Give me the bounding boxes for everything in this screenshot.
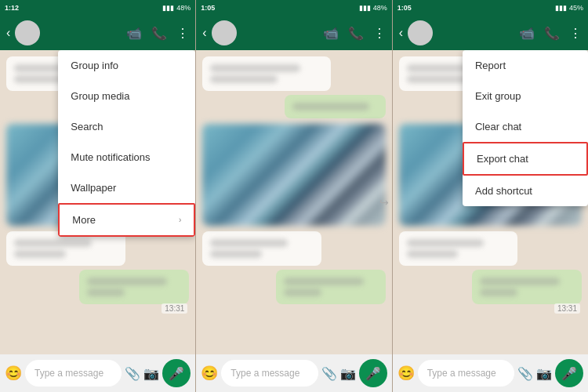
timestamp-left: 13:31 [162,303,187,314]
battery-icon-middle: ▮▮▮ [359,4,371,12]
bubble-row [202,56,385,91]
wa-header-right: ‹ 📹 📞 ⋮ [393,16,588,50]
more-options-icon-middle[interactable]: ⋮ [373,26,386,41]
voice-call-icon-middle[interactable]: 📞 [348,26,364,41]
chat-area-right: ↪ 13:31 Report Exit group Clear chat Exp… [393,50,588,354]
bubble-row [202,95,385,118]
time-left: 1:12 [5,4,19,12]
input-bar-left: 😊 Type a message 📎 📷 🎤 [0,354,195,392]
emoji-icon-right[interactable]: 😊 [397,365,415,382]
chat-area-middle: ↪ [196,50,391,354]
mic-button-left[interactable]: 🎤 [162,359,191,387]
input-placeholder-left: Type a message [34,368,103,379]
status-icons-right: ▮▮▮ 45% [555,4,583,12]
header-icons-left: 📹 📞 ⋮ [126,26,189,41]
avatar-left [15,20,40,45]
chat-image-middle [202,124,385,226]
input-bar-middle: 😊 Type a message 📎 📷 🎤 [196,354,391,392]
input-placeholder-middle: Type a message [230,368,299,379]
wa-header-left: ‹ 📹 📞 ⋮ [0,16,195,50]
status-bar-left: 1:12 ▮▮▮ 48% [0,0,195,16]
emoji-icon-middle[interactable]: 😊 [201,365,218,382]
header-icons-right: 📹 📞 ⋮ [519,26,582,41]
camera-icon-middle[interactable]: 📷 [340,366,356,381]
status-icons-left: ▮▮▮ 48% [162,4,191,12]
forward-icon-middle: ↪ [379,196,389,209]
camera-icon-right[interactable]: 📷 [536,366,552,381]
more-chevron-icon: › [179,216,181,224]
more-options-icon-left[interactable]: ⋮ [176,26,189,41]
menu-wallpaper[interactable]: Wallpaper [58,172,195,203]
bubble-row: ↪ [399,270,582,304]
bubble-row: ↪ [202,270,385,304]
back-button-middle[interactable]: ‹ [202,26,206,40]
message-input-middle[interactable]: Type a message [221,360,318,387]
battery-icon-right: ▮▮▮ [555,4,567,12]
menu-search[interactable]: Search [58,111,195,142]
back-button-left[interactable]: ‹ [6,26,10,40]
avatar-right [408,20,433,45]
battery-pct-left: 48% [176,4,191,12]
menu-export-chat[interactable]: Export chat [463,142,588,176]
voice-call-icon-left[interactable]: 📞 [151,26,167,41]
input-bar-right: 😊 Type a message 📎 📷 🎤 [393,354,588,392]
battery-pct-middle: 48% [373,4,387,12]
menu-report[interactable]: Report [463,50,588,81]
time-middle: 1:05 [201,4,215,12]
dropdown-menu-right: Report Exit group Clear chat Export chat… [463,50,588,206]
menu-group-info[interactable]: Group info [58,50,195,81]
camera-icon-left[interactable]: 📷 [143,366,159,381]
message-input-left[interactable]: Type a message [25,360,122,387]
time-right: 1:05 [397,4,412,12]
menu-group-media[interactable]: Group media [58,81,195,111]
wa-header-middle: ‹ 📹 📞 ⋮ [196,16,391,50]
message-input-right[interactable]: Type a message [418,360,514,387]
bubble-row: ↪ [6,270,189,304]
video-call-icon-left[interactable]: 📹 [126,26,142,41]
attach-icon-left[interactable]: 📎 [125,366,140,381]
chat-area-left: ↪ 13:31 Group info Group media Search Mu… [0,50,195,354]
timestamp-right: 13:31 [554,303,580,314]
dropdown-menu-left: Group info Group media Search Mute notif… [58,50,195,237]
bubble-row [399,231,582,266]
more-options-icon-right[interactable]: ⋮ [569,26,582,41]
battery-icon-left: ▮▮▮ [162,4,174,12]
video-call-icon-right[interactable]: 📹 [519,26,535,41]
status-bar-middle: 1:05 ▮▮▮ 48% [196,0,391,16]
video-call-icon-middle[interactable]: 📹 [323,26,339,41]
menu-add-shortcut[interactable]: Add shortcut [463,176,588,206]
phone-panel-right: 1:05 ▮▮▮ 45% ‹ 📹 📞 ⋮ [393,0,588,392]
phone-panel-middle: 1:05 ▮▮▮ 48% ‹ 📹 📞 ⋮ [196,0,392,392]
menu-exit-group[interactable]: Exit group [463,81,588,111]
mic-button-middle[interactable]: 🎤 [359,359,387,387]
attach-icon-right[interactable]: 📎 [517,366,533,381]
avatar-middle [212,20,237,45]
menu-clear-chat[interactable]: Clear chat [463,111,588,142]
header-icons-middle: 📹 📞 ⋮ [323,26,386,41]
menu-more[interactable]: More › [58,203,195,237]
status-icons-middle: ▮▮▮ 48% [359,4,387,12]
battery-pct-right: 45% [569,4,583,12]
status-bar-right: 1:05 ▮▮▮ 45% [393,0,588,16]
chat-bg-middle: ↪ [196,50,391,354]
menu-mute-notifications[interactable]: Mute notifications [58,142,195,172]
emoji-icon-left[interactable]: 😊 [5,365,22,382]
mic-button-right[interactable]: 🎤 [555,359,583,387]
back-button-right[interactable]: ‹ [399,26,403,40]
phone-panel-left: 1:12 ▮▮▮ 48% ‹ 📹 📞 ⋮ [0,0,196,392]
input-placeholder-right: Type a message [427,368,496,379]
bubble-row [202,231,385,266]
attach-icon-middle[interactable]: 📎 [321,366,337,381]
voice-call-icon-right[interactable]: 📞 [544,26,560,41]
